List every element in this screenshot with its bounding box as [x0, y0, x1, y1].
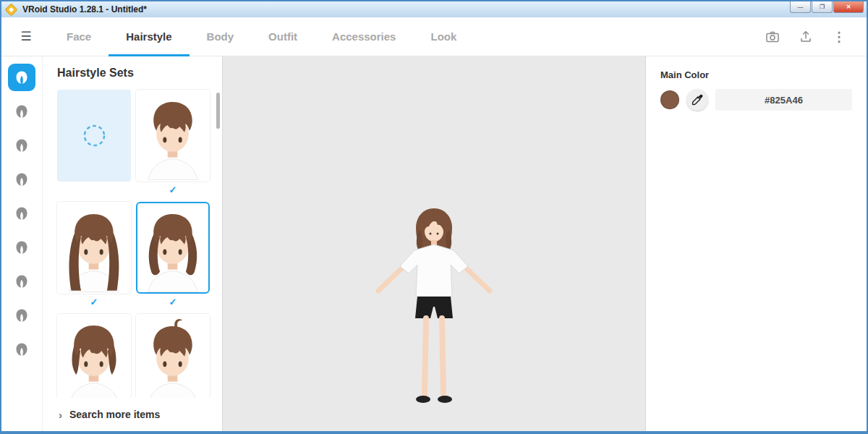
- hairstyle-cell-short: ✓: [136, 90, 210, 197]
- tab-accessories[interactable]: Accessories: [315, 17, 413, 56]
- rail-item-hairstyle-sets[interactable]: [8, 64, 35, 91]
- toolbar: ⋮: [760, 17, 858, 56]
- main-area: Hairstyle Sets: [1, 56, 867, 431]
- hairstyle-preview-image: [137, 315, 208, 404]
- main-color-label: Main Color: [660, 69, 852, 80]
- hairstyle-cell-long: ✓: [57, 202, 131, 310]
- rail-item-4[interactable]: [8, 166, 35, 193]
- hair-icon: [14, 273, 30, 289]
- tab-look[interactable]: Look: [413, 17, 474, 56]
- hairstyle-preview-image: [137, 203, 208, 292]
- maximize-button[interactable]: ❐: [812, 1, 833, 13]
- hair-category-rail: [1, 56, 42, 431]
- hairstyle-thumb-ahoge[interactable]: [136, 314, 210, 406]
- hair-icon: [14, 69, 30, 85]
- hairstyle-thumb-shaggy[interactable]: [57, 314, 131, 406]
- hair-icon: [14, 171, 30, 187]
- tab-bar: ☰ Face Hairstyle Body Outfit Accessories…: [1, 17, 867, 56]
- rail-item-5[interactable]: [8, 200, 35, 227]
- hairstyle-thumb-wavy-selected[interactable]: [136, 202, 210, 294]
- hairstyle-preview-image: [59, 203, 129, 292]
- hairstyle-checked-icon: ✓: [169, 294, 177, 310]
- model-viewport[interactable]: [223, 56, 645, 431]
- hair-icon: [14, 137, 30, 153]
- title-bar: VRoid Studio 1.28.1 - Untitled* — ❐ ✕: [1, 1, 867, 17]
- hair-icon: [14, 239, 30, 255]
- hairstyle-preview-image: [137, 91, 208, 180]
- rail-item-8[interactable]: [8, 302, 35, 329]
- tab-body[interactable]: Body: [190, 17, 252, 56]
- search-more-items-link[interactable]: › Search more items: [43, 398, 222, 431]
- search-more-label: Search more items: [69, 409, 160, 420]
- panel-title: Hairstyle Sets: [57, 67, 222, 80]
- tab-face[interactable]: Face: [49, 17, 109, 56]
- window-title: VRoid Studio 1.28.1 - Untitled*: [22, 4, 147, 14]
- menu-icon[interactable]: ☰: [10, 17, 42, 56]
- hairstyle-preview-image: [59, 315, 129, 404]
- eyedropper-icon: [692, 94, 703, 106]
- more-menu-icon[interactable]: ⋮: [826, 24, 852, 50]
- vroid-logo-icon: [6, 4, 17, 15]
- camera-icon[interactable]: [760, 24, 786, 50]
- minimize-button[interactable]: —: [790, 1, 811, 13]
- hair-icon: [14, 341, 30, 357]
- hair-icon: [14, 103, 30, 119]
- tab-hairstyle[interactable]: Hairstyle: [109, 17, 189, 56]
- hair-icon: [14, 307, 30, 323]
- hairstyle-cell-wavy: ✓: [136, 202, 210, 310]
- hairstyle-checked-icon: ✓: [169, 182, 177, 197]
- rail-item-9[interactable]: [8, 336, 35, 363]
- hairstyle-thumb-long[interactable]: [57, 202, 131, 294]
- chevron-right-icon: ›: [59, 409, 62, 421]
- rail-item-3[interactable]: [8, 132, 35, 159]
- color-hex-field[interactable]: #825A46: [715, 89, 852, 111]
- tab-list: Face Hairstyle Body Outfit Accessories L…: [49, 17, 474, 56]
- hairstyle-thumb-none[interactable]: [57, 90, 131, 182]
- hairstyle-sets-panel: Hairstyle Sets: [42, 56, 223, 431]
- hairstyle-cell-none: [57, 90, 131, 197]
- eyedropper-button[interactable]: [686, 89, 708, 111]
- close-button[interactable]: ✕: [833, 1, 864, 13]
- tab-outfit[interactable]: Outfit: [251, 17, 315, 56]
- panel-scrollbar[interactable]: [216, 93, 220, 129]
- hairstyle-thumb-short[interactable]: [136, 90, 210, 182]
- hair-icon: [14, 205, 30, 221]
- none-dashed-circle-icon: [59, 91, 129, 180]
- hairstyle-checked-icon: ✓: [90, 294, 98, 310]
- main-color-row: #825A46: [660, 89, 852, 111]
- character-model: [358, 203, 510, 420]
- rail-item-2[interactable]: [8, 98, 35, 125]
- app-window: VRoid Studio 1.28.1 - Untitled* — ❐ ✕ ☰ …: [0, 0, 868, 434]
- hairstyle-grid: ✓: [57, 90, 222, 426]
- main-color-swatch[interactable]: [660, 90, 679, 109]
- window-controls: — ❐ ✕: [790, 1, 864, 13]
- rail-item-6[interactable]: [8, 234, 35, 261]
- export-icon[interactable]: [793, 24, 819, 50]
- color-panel: Main Color #825A46: [645, 56, 867, 431]
- rail-item-7[interactable]: [8, 268, 35, 295]
